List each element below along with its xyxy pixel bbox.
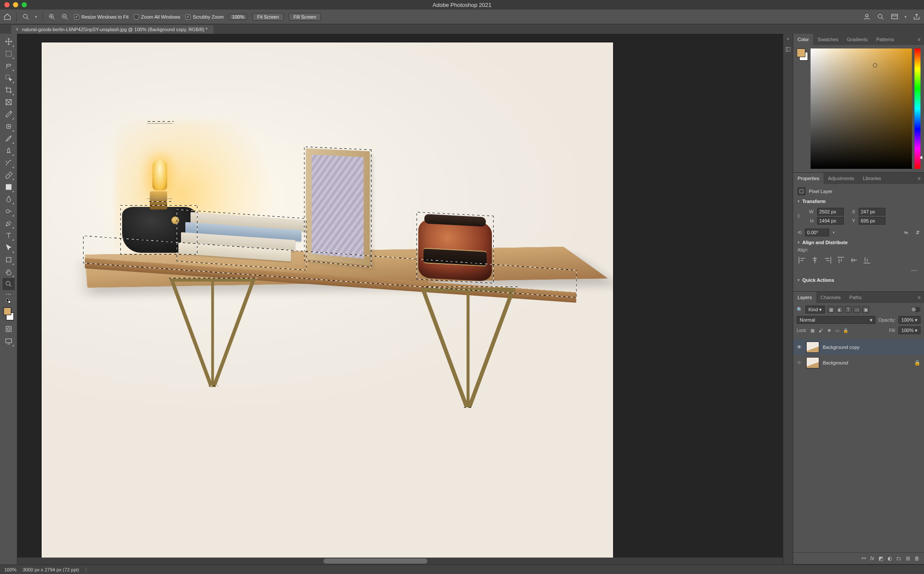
- tab-paths[interactable]: Paths: [845, 292, 866, 303]
- color-swatches-tool[interactable]: [3, 307, 15, 320]
- layer-item[interactable]: 👁 Background 🔒: [793, 355, 924, 371]
- lock-all-icon[interactable]: 🔒: [843, 327, 849, 333]
- object-selection-tool[interactable]: [3, 72, 15, 84]
- layer-visibility-icon[interactable]: 👁: [797, 344, 803, 350]
- marquee-tool[interactable]: [3, 48, 15, 60]
- tab-channels[interactable]: Channels: [816, 292, 845, 303]
- tab-swatches[interactable]: Swatches: [813, 34, 843, 45]
- home-icon[interactable]: [3, 13, 11, 21]
- document-tab[interactable]: × natural-goods-berlin-L6NP4ZGnpSY-unspl…: [11, 25, 213, 34]
- layer-filter-toggle[interactable]: [911, 307, 921, 312]
- transform-angle-input[interactable]: [805, 229, 829, 236]
- screen-mode-icon[interactable]: [3, 335, 15, 347]
- new-layer-icon[interactable]: ⊞: [906, 555, 910, 561]
- blend-mode-select[interactable]: Normal▾: [797, 316, 876, 324]
- close-tab-icon[interactable]: ×: [16, 26, 19, 32]
- transform-section-head[interactable]: Transform: [798, 199, 920, 204]
- document-canvas[interactable]: [42, 42, 613, 558]
- transform-w-input[interactable]: [817, 208, 844, 216]
- align-top-icon[interactable]: [837, 256, 845, 264]
- zoom-out-icon[interactable]: [61, 13, 69, 21]
- share-icon[interactable]: [913, 13, 921, 21]
- fill-input[interactable]: 100% ▾: [898, 326, 921, 334]
- color-foreground-swatch[interactable]: [797, 48, 805, 57]
- layer-style-icon[interactable]: fx: [870, 555, 874, 561]
- more-options-icon[interactable]: ⋯: [798, 264, 920, 274]
- path-select-tool[interactable]: [3, 242, 15, 254]
- lock-transparent-icon[interactable]: ▦: [810, 327, 816, 333]
- shape-tool[interactable]: [3, 254, 15, 266]
- hue-slider-handle[interactable]: [920, 156, 922, 159]
- zoom-in-icon[interactable]: [48, 13, 56, 21]
- history-brush-tool[interactable]: [3, 157, 15, 169]
- delete-layer-icon[interactable]: 🗑: [914, 555, 920, 561]
- layer-thumbnail[interactable]: [806, 342, 819, 353]
- workspace-icon[interactable]: [891, 13, 898, 21]
- panel-menu-icon[interactable]: ≡: [914, 176, 924, 181]
- transform-y-input[interactable]: [859, 217, 885, 225]
- collapse-chevron-icon[interactable]: «: [787, 36, 789, 41]
- canvas-area[interactable]: [17, 34, 783, 564]
- flip-vertical-icon[interactable]: ⇵: [916, 230, 920, 235]
- crop-tool[interactable]: [3, 84, 15, 96]
- lock-artboard-icon[interactable]: ▭: [834, 327, 840, 333]
- tab-patterns[interactable]: Patterns: [872, 34, 898, 45]
- align-bottom-icon[interactable]: [863, 256, 871, 264]
- flip-horizontal-icon[interactable]: ⇋: [904, 230, 908, 235]
- link-wh-icon[interactable]: ⌇: [798, 213, 802, 219]
- filter-type-icon[interactable]: T: [845, 306, 852, 313]
- window-close-button[interactable]: [4, 2, 10, 7]
- status-chevron-icon[interactable]: 〉: [85, 566, 90, 573]
- window-minimize-button[interactable]: [13, 2, 18, 7]
- brush-tool[interactable]: [3, 132, 15, 145]
- status-doc-dims[interactable]: 3000 px x 2794 px (72 ppi): [23, 567, 79, 572]
- layer-name[interactable]: Background: [823, 360, 911, 365]
- cloud-docs-icon[interactable]: [863, 13, 871, 21]
- lock-pixels-icon[interactable]: 🖌: [818, 327, 824, 333]
- link-layers-icon[interactable]: ⚯: [862, 555, 866, 561]
- align-right-icon[interactable]: [824, 256, 832, 264]
- status-zoom[interactable]: 100%: [4, 567, 16, 572]
- filter-smart-icon[interactable]: ▣: [862, 306, 869, 313]
- zoom-all-checkbox[interactable]: [134, 14, 139, 19]
- layer-name[interactable]: Background copy: [823, 345, 921, 350]
- fill-screen-button[interactable]: Fill Screen: [289, 13, 321, 21]
- zoom-tool[interactable]: [3, 278, 15, 290]
- tab-gradients[interactable]: Gradients: [843, 34, 872, 45]
- adjustment-layer-icon[interactable]: ◐: [888, 555, 892, 561]
- foreground-color-swatch[interactable]: [3, 307, 11, 315]
- panel-dock-icon[interactable]: [785, 46, 791, 54]
- scrubby-zoom-checkbox[interactable]: [185, 14, 191, 19]
- zoom-dropdown-icon[interactable]: ▾: [35, 15, 37, 19]
- lasso-tool[interactable]: [3, 60, 15, 72]
- lock-position-icon[interactable]: ✥: [826, 327, 832, 333]
- opacity-input[interactable]: 100% ▾: [898, 316, 921, 324]
- zoom-tool-icon[interactable]: [22, 13, 30, 21]
- color-picker-field[interactable]: [811, 48, 912, 169]
- pen-tool[interactable]: [3, 217, 15, 229]
- align-vcenter-icon[interactable]: [850, 256, 858, 264]
- layer-group-icon[interactable]: 🗀: [896, 555, 901, 561]
- align-hcenter-icon[interactable]: [811, 256, 819, 264]
- transform-x-input[interactable]: [859, 208, 885, 216]
- gradient-tool[interactable]: [3, 181, 15, 193]
- layer-item[interactable]: 👁 Background copy: [793, 339, 924, 355]
- eyedropper-tool[interactable]: [3, 108, 15, 120]
- color-fg-bg-swatches[interactable]: [797, 48, 808, 61]
- default-colors-icon[interactable]: [3, 298, 15, 305]
- search-icon[interactable]: [877, 13, 885, 21]
- tab-libraries[interactable]: Libraries: [859, 173, 885, 184]
- blur-tool[interactable]: [3, 193, 15, 205]
- layer-filter-kind-select[interactable]: Kind ▾: [805, 306, 825, 313]
- canvas-scrollbar-h[interactable]: [17, 558, 783, 564]
- tab-layers[interactable]: Layers: [793, 292, 816, 303]
- type-tool[interactable]: [3, 229, 15, 242]
- filter-pixel-icon[interactable]: ▦: [827, 306, 834, 313]
- hue-slider[interactable]: [914, 48, 921, 169]
- panel-menu-icon[interactable]: ≡: [914, 295, 924, 300]
- angle-dropdown-icon[interactable]: ▾: [833, 230, 835, 235]
- quick-actions-head[interactable]: Quick Actions: [798, 277, 920, 283]
- resize-windows-checkbox[interactable]: [74, 14, 79, 19]
- hand-tool[interactable]: [3, 266, 15, 278]
- panel-menu-icon[interactable]: ≡: [914, 37, 924, 42]
